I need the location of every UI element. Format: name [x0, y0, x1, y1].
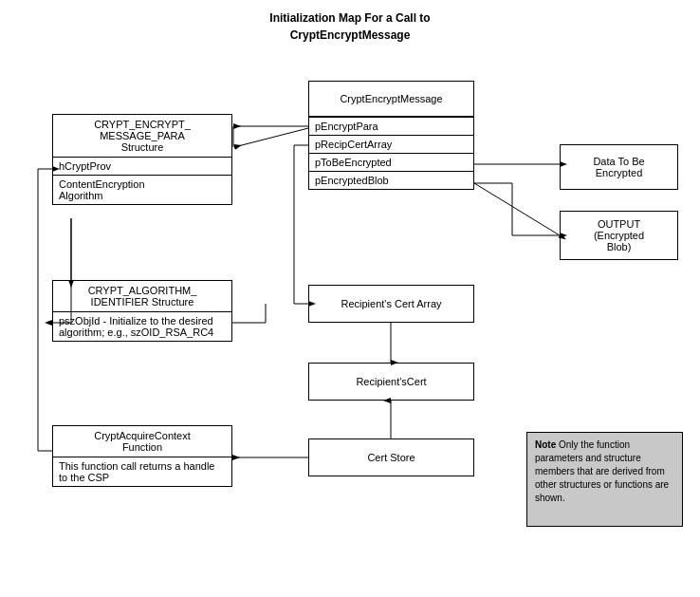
- main-params-box: pEncryptPara pRecipCertArray pToBeEncryp…: [308, 117, 474, 190]
- crypt-acquire-header: CryptAcquireContextFunction: [53, 426, 231, 457]
- note-label: Note Only the function parameters and st…: [535, 439, 669, 503]
- diagram-title: Initialization Map For a Call to CryptEn…: [0, 0, 700, 44]
- title-line1: Initialization Map For a Call to: [269, 11, 430, 25]
- crypt-alg-header: CRYPT_ALGORITHM_IDENTIFIER Structure: [53, 281, 231, 312]
- crypt-encrypt-para-header: CRYPT_ENCRYPT_MESSAGE_PARAStructure: [53, 115, 231, 158]
- crypt-encrypt-message-box: CryptEncryptMessage: [308, 81, 474, 117]
- output-blob-label: OUTPUT(EncryptedBlob): [594, 218, 644, 252]
- recipients-cert-label: Recipient'sCert: [356, 376, 426, 387]
- crypt-alg-identifier-box: CRYPT_ALGORITHM_IDENTIFIER Structure psz…: [52, 280, 232, 342]
- hcryptprov-row: hCryptProv: [53, 158, 231, 176]
- title-line2: CryptEncryptMessage: [290, 28, 411, 42]
- cert-store-box: Cert Store: [308, 438, 474, 476]
- note-box: Note Only the function parameters and st…: [526, 432, 683, 527]
- content-encryption-row: ContentEncryptionAlgorithm: [53, 176, 231, 204]
- crypt-encrypt-label: CryptEncryptMessage: [340, 93, 442, 104]
- data-encrypted-label: Data To BeEncrypted: [593, 156, 644, 178]
- recipient-cert-array-label: Recipient's Cert Array: [341, 298, 441, 309]
- pencryptpara-row: pEncryptPara: [309, 118, 473, 136]
- output-blob-box: OUTPUT(EncryptedBlob): [560, 211, 678, 260]
- recipients-cert-box: Recipient'sCert: [308, 363, 474, 401]
- data-to-be-encrypted-box: Data To BeEncrypted: [560, 144, 678, 190]
- crypt-acquire-row: This function call returns a handle to t…: [53, 457, 231, 486]
- recipient-cert-array-box: Recipient's Cert Array: [308, 285, 474, 323]
- precipcertarray-row: pRecipCertArray: [309, 136, 473, 154]
- ptobeencrypted-row: pToBeEncrypted: [309, 154, 473, 172]
- pencryptedblob-row: pEncryptedBlob: [309, 172, 473, 189]
- diagram-container: Initialization Map For a Call to CryptEn…: [0, 0, 700, 597]
- crypt-acquire-context-box: CryptAcquireContextFunction This functio…: [52, 425, 232, 487]
- crypt-encrypt-para-box: CRYPT_ENCRYPT_MESSAGE_PARAStructure hCry…: [52, 114, 232, 205]
- svg-line-3: [234, 128, 308, 147]
- svg-line-10: [474, 183, 560, 235]
- pszobjid-row: pszObjId - Initialize to the desired alg…: [53, 312, 231, 341]
- cert-store-label: Cert Store: [367, 452, 414, 463]
